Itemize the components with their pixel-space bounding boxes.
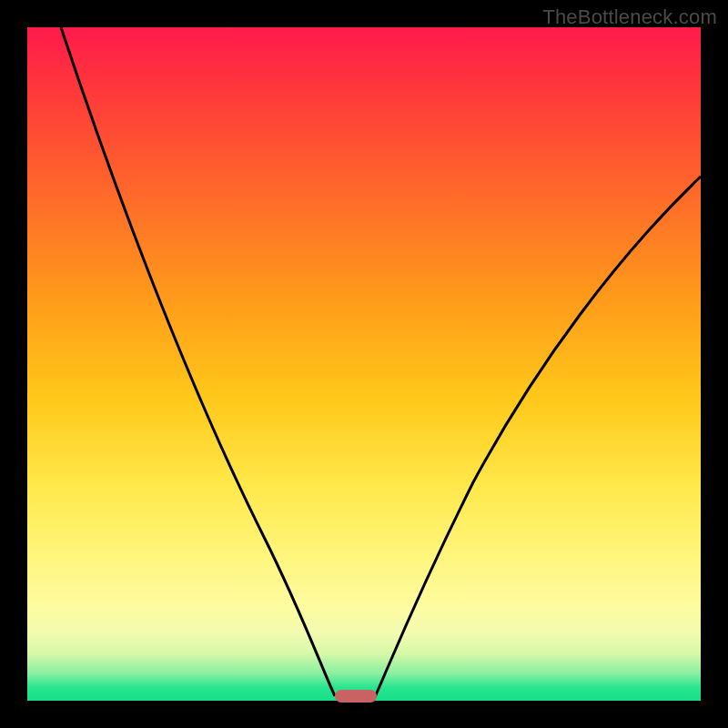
bottleneck-marker	[335, 690, 377, 703]
plot-area	[27, 27, 701, 701]
chart-frame: TheBottleneck.com	[0, 0, 728, 728]
curve-layer	[27, 27, 701, 701]
watermark-text: TheBottleneck.com	[542, 5, 717, 29]
left-curve	[61, 27, 335, 696]
right-curve	[375, 177, 701, 697]
